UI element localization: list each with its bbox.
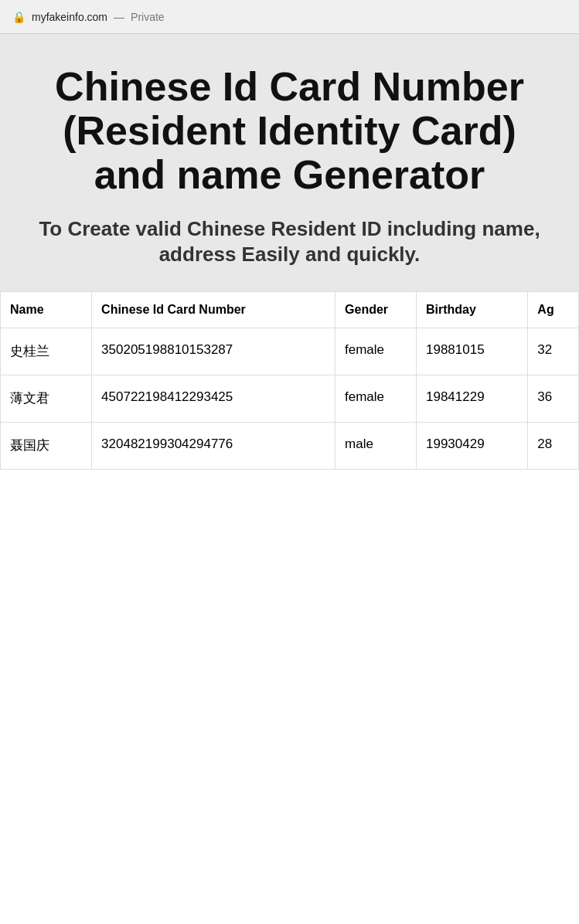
- cell-id-number: 350205198810153287: [92, 328, 335, 375]
- url-text: myfakeinfo.com: [32, 11, 107, 23]
- private-label: Private: [131, 11, 165, 23]
- col-header-gender: Gender: [335, 292, 417, 328]
- cell-gender: female: [335, 375, 417, 422]
- col-header-birthday: Birthday: [417, 292, 528, 328]
- table-header-row: Name Chinese Id Card Number Gender Birth…: [1, 292, 579, 328]
- cell-age: 32: [528, 328, 579, 375]
- cell-name: 史桂兰: [1, 328, 92, 375]
- cell-birthday: 19881015: [417, 328, 528, 375]
- col-header-id: Chinese Id Card Number: [92, 292, 335, 328]
- cell-gender: female: [335, 328, 417, 375]
- id-card-table: Name Chinese Id Card Number Gender Birth…: [0, 291, 579, 469]
- table-row: 史桂兰350205198810153287female1988101532: [1, 328, 579, 375]
- cell-id-number: 450722198412293425: [92, 375, 335, 422]
- page-subtitle: To Create valid Chinese Resident ID incl…: [23, 216, 556, 269]
- browser-bar: 🔒 myfakeinfo.com — Private: [0, 0, 579, 34]
- cell-name: 薄文君: [1, 375, 92, 422]
- col-header-name: Name: [1, 292, 92, 328]
- table-section: Name Chinese Id Card Number Gender Birth…: [0, 291, 579, 469]
- cell-birthday: 19841229: [417, 375, 528, 422]
- cell-gender: male: [335, 422, 417, 469]
- table-row: 薄文君450722198412293425female1984122936: [1, 375, 579, 422]
- cell-age: 36: [528, 375, 579, 422]
- cell-birthday: 19930429: [417, 422, 528, 469]
- hero-section: Chinese Id Card Number (Resident Identit…: [0, 34, 579, 291]
- cell-age: 28: [528, 422, 579, 469]
- col-header-age: Ag: [528, 292, 579, 328]
- cell-name: 聂国庆: [1, 422, 92, 469]
- table-row: 聂国庆320482199304294776male1993042928: [1, 422, 579, 469]
- private-separator: —: [114, 11, 124, 23]
- lock-icon: 🔒: [12, 11, 26, 23]
- page-title: Chinese Id Card Number (Resident Identit…: [23, 65, 556, 198]
- cell-id-number: 320482199304294776: [92, 422, 335, 469]
